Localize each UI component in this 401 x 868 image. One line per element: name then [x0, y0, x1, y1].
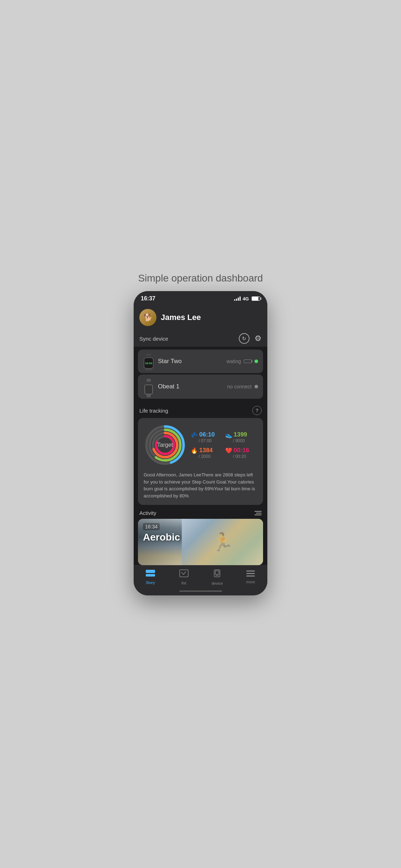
calories-icon: 🔥 [191, 447, 198, 454]
stat-sleep: 💤 06:10 / 07:00 [191, 431, 223, 443]
activity-label: Activity [139, 510, 156, 516]
activity-time: 16:34 [143, 523, 160, 530]
device-name-obeat: Obeat 1 [158, 383, 180, 390]
stat-steps-value: 1399 [234, 431, 247, 438]
svg-rect-13 [215, 571, 219, 574]
svg-rect-10 [180, 570, 188, 577]
device-card-obeat[interactable]: Obeat 1 no connect [138, 374, 263, 399]
sync-label: Sync device [139, 336, 168, 342]
sleep-icon: 💤 [191, 432, 198, 438]
profile-name: James Lee [161, 313, 201, 322]
device-info-star-two: Star Two [158, 358, 223, 365]
nav-label-device: device [211, 581, 223, 585]
device-status-star-two: wating [227, 358, 241, 364]
activity-info: 16:34 Aerobic [138, 519, 185, 547]
home-indicator [134, 588, 267, 595]
nav-item-device[interactable]: device [201, 569, 234, 585]
nav-item-list[interactable]: list [167, 569, 201, 585]
nav-label-more: more [246, 580, 255, 584]
motivational-text: Good Afternoon, James LeeThere are 2808 … [144, 471, 257, 499]
menu-icon[interactable] [255, 511, 262, 515]
life-tracking-label: Life tracking [139, 408, 168, 414]
svg-rect-15 [246, 573, 255, 574]
stats-grid: 💤 06:10 / 07:00 👟 1399 / 9000 [191, 431, 257, 459]
stats-top: Target 💤 06:10 / 07:00 [144, 424, 257, 466]
stat-heart-value: 00:16 [234, 447, 249, 454]
more-nav-icon [246, 570, 255, 578]
activity-header: Activity [134, 505, 267, 519]
activity-image: 🏃 [182, 519, 263, 565]
device-name-star-two: Star Two [158, 358, 182, 365]
svg-rect-8 [146, 570, 155, 573]
nav-item-story[interactable]: Story [134, 570, 167, 585]
sync-refresh-icon[interactable]: ↻ [239, 333, 250, 344]
signal-bars-icon [234, 296, 241, 301]
phone-frame: 16:37 4G 🐕 James Lee Sync device ↻ [134, 291, 267, 595]
stat-sleep-value: 06:10 [199, 431, 215, 438]
status-time: 16:37 [141, 295, 155, 302]
story-nav-icon [146, 570, 155, 579]
nav-label-story: Story [146, 580, 155, 585]
steps-icon: 👟 [225, 432, 232, 438]
stats-card: Target 💤 06:10 / 07:00 [138, 418, 263, 505]
device-nav-icon [213, 569, 221, 580]
sync-section: Sync device ↻ ⚙ [134, 330, 267, 347]
battery-icon [252, 296, 260, 301]
ring-chart: Target [144, 424, 186, 466]
device-icon-obeat [143, 379, 154, 394]
nav-item-more[interactable]: more [234, 570, 267, 584]
status-icons: 4G [234, 296, 260, 301]
device-right-obeat: no connect [227, 384, 258, 389]
stat-heart-sub: / 00:20 [225, 454, 258, 459]
help-icon[interactable]: ? [252, 406, 262, 415]
sync-icons: ↻ ⚙ [239, 333, 262, 344]
list-nav-icon [179, 569, 189, 579]
avatar-image: 🐕 [139, 309, 156, 326]
home-bar [179, 590, 222, 592]
device-dot-connected [255, 360, 258, 363]
stat-steps-sub: / 9000 [225, 438, 258, 443]
avatar: 🐕 [139, 309, 156, 326]
page-title: Simple operation dashboard [138, 273, 263, 284]
svg-rect-9 [146, 574, 155, 577]
activity-card[interactable]: 🏃 16:34 Aerobic [138, 519, 263, 565]
device-status-obeat: no connect [227, 384, 252, 389]
device-info-obeat: Obeat 1 [158, 383, 224, 390]
stat-calories: 🔥 1384 / 2000 [191, 447, 223, 459]
device-battery-star-two [244, 360, 252, 363]
activity-name: Aerobic [143, 532, 180, 543]
device-icon-star-two: 18:00 [143, 354, 154, 369]
life-tracking-header: Life tracking ? [134, 402, 267, 418]
stat-calories-value: 1384 [199, 447, 213, 454]
svg-rect-16 [246, 575, 255, 577]
device-right-star-two: wating [227, 358, 258, 364]
nav-label-list: list [181, 581, 186, 585]
heart-icon: ❤️ [225, 447, 232, 454]
device-card-star-two[interactable]: 18:00 Star Two wating [138, 350, 263, 373]
status-bar: 16:37 4G [134, 291, 267, 305]
status-4g: 4G [243, 296, 249, 301]
settings-icon[interactable]: ⚙ [255, 334, 262, 343]
devices-section: 18:00 Star Two wating [134, 347, 267, 402]
profile-section: 🐕 James Lee [134, 305, 267, 330]
stat-calories-sub: / 2000 [191, 454, 223, 459]
svg-rect-14 [246, 570, 255, 572]
stat-sleep-sub: / 07:00 [191, 438, 223, 443]
device-dot-disconnected [255, 385, 258, 388]
ring-svg [144, 424, 186, 466]
bottom-nav: Story list [134, 565, 267, 588]
stat-steps: 👟 1399 / 9000 [225, 431, 258, 443]
stat-heart: ❤️ 00:16 / 00:20 [225, 447, 258, 459]
